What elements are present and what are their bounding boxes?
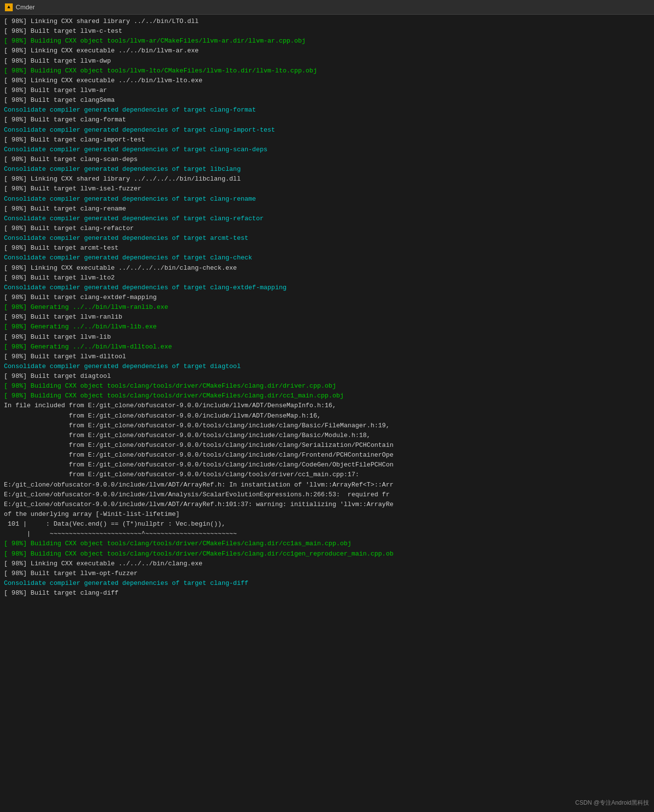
- terminal-line: [ 98%] Built target llvm-c-test: [4, 26, 650, 36]
- terminal-line: [ 98%] Linking CXX executable ../../bin/…: [4, 76, 650, 86]
- terminal-line: from E:/git_clone/obfuscator-9.0.0/tools…: [4, 431, 650, 441]
- terminal-line: Consolidate compiler generated dependenc…: [4, 125, 650, 135]
- terminal-line: [ 98%] Built target llvm-ar: [4, 86, 650, 95]
- terminal-line: [ 98%] Built target llvm-lib: [4, 332, 650, 342]
- terminal-line: from E:/git_clone/obfuscator-9.0.0/tools…: [4, 460, 650, 470]
- terminal-line: [ 98%] Built target arcmt-test: [4, 243, 650, 253]
- terminal-line: [ 98%] Generating ../../bin/llvm-lib.exe: [4, 322, 650, 332]
- terminal-line: E:/git_clone/obfuscator-9.0.0/include/ll…: [4, 480, 650, 490]
- terminal-line: Consolidate compiler generated dependenc…: [4, 362, 650, 371]
- terminal-line: [ 98%] Building CXX object tools/clang/t…: [4, 381, 650, 391]
- terminal-line: [ 98%] Generating ../../bin/llvm-ranlib.…: [4, 302, 650, 312]
- terminal-line: [ 98%] Linking CXX executable ../../../.…: [4, 263, 650, 273]
- terminal-line: [ 98%] Built target clang-extdef-mapping: [4, 293, 650, 302]
- terminal-line: [ 98%] Built target clang-import-test: [4, 135, 650, 145]
- terminal-line: [ 98%] Built target llvm-ranlib: [4, 312, 650, 322]
- terminal-line: of the underlying array [-Winit-list-lif…: [4, 510, 650, 519]
- title-bar-icon: ▲: [5, 3, 13, 11]
- terminal-line: | ~~~~~~~~~~~~~~~~~~~~~~~~^~~~~~~~~~~~~~…: [4, 529, 650, 539]
- terminal-line: [ 98%] Built target clang-refactor: [4, 224, 650, 233]
- terminal-line: Consolidate compiler generated dependenc…: [4, 105, 650, 115]
- terminal-line: [ 98%] Built target clang-rename: [4, 204, 650, 214]
- terminal-line: E:/git_clone/obfuscator-9.0.0/include/ll…: [4, 490, 650, 500]
- terminal-line: [ 98%] Building CXX object tools/llvm-lt…: [4, 66, 650, 76]
- terminal-line: Consolidate compiler generated dependenc…: [4, 233, 650, 243]
- terminal-line: E:/git_clone/obfuscator-9.0.0/include/ll…: [4, 500, 650, 510]
- terminal-line: [ 98%] Linking CXX executable ../../../b…: [4, 559, 650, 569]
- terminal-line: [ 98%] Built target llvm-opt-fuzzer: [4, 569, 650, 579]
- terminal-line: Consolidate compiler generated dependenc…: [4, 253, 650, 263]
- terminal-line: [ 98%] Generating ../../bin/llvm-dlltool…: [4, 342, 650, 352]
- terminal-line: 101 | : Data(Vec.end() == (T*)nullptr : …: [4, 519, 650, 529]
- terminal-line: from E:/git_clone/obfuscator-9.0.0/tools…: [4, 441, 650, 450]
- terminal-line: [ 98%] Built target clang-format: [4, 115, 650, 125]
- terminal-line: Consolidate compiler generated dependenc…: [4, 194, 650, 204]
- terminal-line: [ 98%] Built target diagtool: [4, 371, 650, 381]
- terminal-line: [ 98%] Building CXX object tools/clang/t…: [4, 539, 650, 549]
- terminal-line: Consolidate compiler generated dependenc…: [4, 214, 650, 224]
- terminal-line: Consolidate compiler generated dependenc…: [4, 283, 650, 293]
- terminal-line: [ 98%] Linking CXX executable ../../bin/…: [4, 46, 650, 56]
- title-bar: ▲ Cmder: [0, 0, 654, 15]
- terminal-line: [ 98%] Built target llvm-dwp: [4, 56, 650, 66]
- terminal-line: [ 98%] Built target llvm-lto2: [4, 273, 650, 283]
- terminal-line: Consolidate compiler generated dependenc…: [4, 579, 650, 588]
- terminal-line: from E:/git_clone/obfuscator-9.0.0/tools…: [4, 470, 650, 480]
- terminal-line: [ 98%] Built target clang-scan-deps: [4, 155, 650, 164]
- terminal-line: [ 98%] Building CXX object tools/llvm-ar…: [4, 36, 650, 46]
- terminal: [ 98%] Linking CXX shared library ../../…: [0, 15, 654, 600]
- terminal-line: [ 98%] Linking CXX shared library ../../…: [4, 174, 650, 184]
- terminal-line: Consolidate compiler generated dependenc…: [4, 145, 650, 155]
- terminal-line: Consolidate compiler generated dependenc…: [4, 164, 650, 174]
- title-bar-text: Cmder: [16, 3, 35, 11]
- terminal-line: [ 98%] Built target clangSema: [4, 95, 650, 105]
- terminal-line: [ 98%] Built target llvm-dlltool: [4, 352, 650, 362]
- terminal-line: In file included from E:/git_clone/obfus…: [4, 401, 650, 411]
- terminal-line: [ 98%] Built target clang-diff: [4, 588, 650, 598]
- watermark: CSDN @专注Android黑科技: [575, 799, 649, 807]
- terminal-line: [ 98%] Built target llvm-isel-fuzzer: [4, 184, 650, 194]
- terminal-line: from E:/git_clone/obfuscator-9.0.0/inclu…: [4, 411, 650, 421]
- terminal-line: [ 98%] Building CXX object tools/clang/t…: [4, 549, 650, 559]
- terminal-line: from E:/git_clone/obfuscator-9.0.0/tools…: [4, 421, 650, 431]
- terminal-line: from E:/git_clone/obfuscator-9.0.0/tools…: [4, 450, 650, 460]
- terminal-line: [ 98%] Linking CXX shared library ../../…: [4, 17, 650, 26]
- terminal-line: [ 98%] Building CXX object tools/clang/t…: [4, 391, 650, 401]
